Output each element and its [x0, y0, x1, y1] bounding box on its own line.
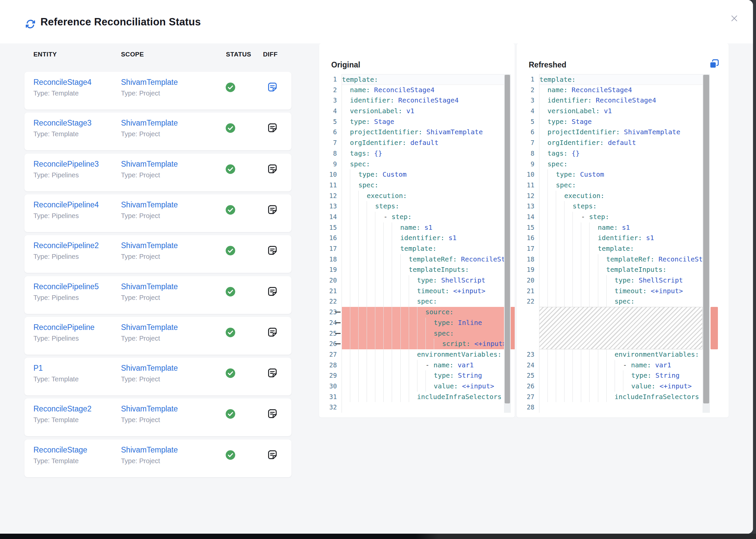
table-row[interactable]: ReconcileStage4Type: TemplateShivamTempl… [24, 72, 291, 110]
status-success-icon [225, 164, 236, 174]
code-text: projectIdentifier: ShivamTemplate [342, 127, 504, 138]
code-text: spec: [342, 159, 504, 170]
scope-type: Type: Project [121, 334, 178, 342]
line-number: 17 [319, 243, 337, 254]
line-number: 4 [319, 106, 337, 117]
check-circle-icon [225, 327, 236, 338]
code-text: versionLabel: v1 [539, 106, 703, 117]
code-text: type: Stage [539, 117, 703, 127]
table-row[interactable]: ReconcileStageType: TemplateShivamTempla… [24, 439, 291, 477]
line-number: 11 [517, 180, 534, 191]
screen: { "dialog": { "title": "Reference Reconc… [0, 0, 756, 539]
code-line: 5type: Stage [319, 117, 504, 127]
table-row[interactable]: ReconcilePipeline5Type: PipelinesShivamT… [24, 276, 291, 314]
line-number: 13 [319, 201, 337, 212]
column-header-entity: ENTITY [33, 51, 57, 58]
line-number: 13 [517, 201, 534, 212]
line-number: 16 [319, 233, 337, 243]
diff-button[interactable] [267, 286, 278, 297]
line-number: 7 [517, 138, 534, 148]
entity-link[interactable]: ReconcilePipeline5 [33, 282, 99, 291]
entity-cell: ReconcilePipelineType: Pipelines [33, 323, 95, 342]
line-number: 27 [319, 349, 337, 360]
scope-link[interactable]: ShivamTemplate [121, 282, 178, 291]
line-number: 16 [517, 233, 534, 243]
table-row[interactable]: ReconcilePipeline4Type: PipelinesShivamT… [24, 194, 291, 232]
scope-link[interactable]: ShivamTemplate [121, 445, 178, 455]
code-line: 12execution: [319, 191, 504, 201]
code-text: templateInputs: [539, 264, 703, 275]
diff-button[interactable] [267, 327, 278, 338]
close-button[interactable] [725, 9, 744, 28]
diff-note-icon [267, 163, 278, 175]
diff-button[interactable] [267, 245, 278, 256]
scope-cell: ShivamTemplateType: Project [121, 404, 178, 424]
code-text: type: String [539, 370, 703, 381]
code-line: 15name: s1 [319, 222, 504, 233]
check-circle-icon [225, 245, 236, 256]
entity-cell: ReconcileStage4Type: Template [33, 77, 92, 97]
scope-link[interactable]: ShivamTemplate [121, 77, 178, 87]
entity-link[interactable]: ReconcilePipeline4 [33, 200, 99, 209]
diff-button[interactable] [267, 163, 278, 175]
diff-note-icon [267, 449, 278, 461]
diff-button[interactable] [267, 449, 278, 461]
diff-button[interactable] [267, 204, 278, 215]
panel-refreshed: Refreshed 1template:2name: ReconcileStag… [517, 43, 729, 417]
table-row[interactable]: ReconcilePipelineType: PipelinesShivamTe… [24, 317, 291, 355]
diff-note-icon [267, 408, 278, 419]
code-line: 13steps: [319, 201, 504, 212]
line-number: 3 [517, 95, 534, 106]
entity-link[interactable]: ReconcileStage2 [33, 404, 92, 413]
entity-link[interactable]: P1 [33, 363, 79, 373]
table-row[interactable]: ReconcilePipeline2Type: PipelinesShivamT… [24, 235, 291, 273]
table-row[interactable]: ReconcileStage2Type: TemplateShivamTempl… [24, 398, 291, 436]
refreshed-scrollbar [703, 74, 710, 413]
dialog-titlebar: Reference Reconciliation Status [0, 0, 753, 43]
scope-link[interactable]: ShivamTemplate [121, 159, 178, 169]
line-number: 32 [319, 402, 337, 413]
code-text: template: [539, 74, 703, 85]
copy-button[interactable] [709, 58, 720, 69]
scope-type: Type: Project [121, 416, 178, 424]
entity-link[interactable]: ReconcilePipeline2 [33, 241, 99, 250]
code-line: 14- step: [319, 212, 504, 222]
status-success-icon [225, 327, 236, 338]
scope-link[interactable]: ShivamTemplate [121, 323, 178, 332]
entity-link[interactable]: ReconcileStage3 [33, 118, 92, 128]
line-number: 26 [319, 339, 337, 349]
scope-link[interactable]: ShivamTemplate [121, 363, 178, 373]
diff-button[interactable] [267, 81, 278, 93]
scope-link[interactable]: ShivamTemplate [121, 241, 178, 250]
code-text: name: ReconcileStage4 [342, 85, 504, 96]
table-row[interactable]: ReconcilePipeline3Type: PipelinesShivamT… [24, 154, 291, 191]
diff-button[interactable] [267, 408, 278, 419]
table-row[interactable]: P1Type: TemplateShivamTemplateType: Proj… [24, 358, 291, 395]
line-number: 1 [517, 74, 534, 85]
entity-link[interactable]: ReconcilePipeline [33, 323, 95, 332]
scope-cell: ShivamTemplateType: Project [121, 445, 178, 465]
diff-button[interactable] [267, 367, 278, 379]
code-text: - step: [539, 212, 703, 222]
code-text: value: <+input> [539, 381, 703, 392]
table-row[interactable]: ReconcileStage3Type: TemplateShivamTempl… [24, 113, 291, 150]
entity-type: Type: Pipelines [33, 212, 99, 220]
entity-link[interactable]: ReconcileStage [33, 445, 87, 455]
scope-link[interactable]: ShivamTemplate [121, 200, 178, 209]
original-scrollbar [504, 74, 511, 413]
scope-link[interactable]: ShivamTemplate [121, 118, 178, 128]
code-text: template: [539, 243, 703, 254]
refreshed-scrollbar-thumb[interactable] [703, 75, 709, 403]
code-text: - step: [342, 212, 504, 222]
entity-link[interactable]: ReconcilePipeline3 [33, 159, 99, 169]
scope-type: Type: Project [121, 171, 178, 179]
scope-link[interactable]: ShivamTemplate [121, 404, 178, 413]
line-number: 9 [517, 159, 534, 170]
original-scrollbar-thumb[interactable] [505, 75, 510, 403]
diff-button[interactable] [267, 122, 278, 134]
line-number: 20 [517, 275, 534, 286]
page-bottom-strip [0, 534, 756, 539]
entity-type: Type: Pipelines [33, 334, 95, 342]
code-line: 21timeout: <+input> [319, 286, 504, 297]
entity-link[interactable]: ReconcileStage4 [33, 77, 92, 87]
